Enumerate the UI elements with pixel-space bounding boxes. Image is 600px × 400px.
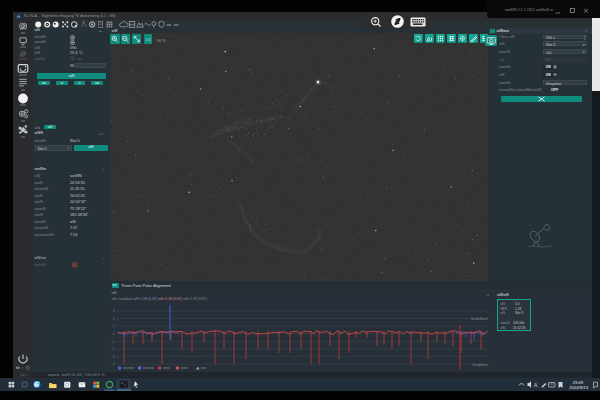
svg-text:wwww: wwww xyxy=(19,58,27,61)
svg-text:GuideEast: GuideEast xyxy=(472,363,488,367)
svg-text:wwww: wwww xyxy=(19,74,27,77)
svg-text:www: www xyxy=(20,104,26,107)
svg-text:-2: -2 xyxy=(112,347,115,351)
svg-text:-3: -3 xyxy=(112,355,115,359)
svg-text:wew: wew xyxy=(163,366,170,370)
svg-text:ww: ww xyxy=(21,120,25,123)
svg-text:-4: -4 xyxy=(112,362,115,366)
svg-text:wwesw: wwesw xyxy=(143,366,154,370)
svg-text:?: ? xyxy=(21,367,23,371)
svg-text:0: 0 xyxy=(113,332,115,336)
svg-text:3: 3 xyxy=(113,309,115,313)
svg-text:2024/9/13: 2024/9/13 xyxy=(569,385,588,390)
svg-text:GuideNorth: GuideNorth xyxy=(471,317,488,321)
svg-text:ww: ww xyxy=(77,57,82,61)
svg-text:1:1: 1:1 xyxy=(146,38,151,42)
svg-text:ww: ww xyxy=(21,89,25,92)
svg-text:wNw: wNw xyxy=(20,45,26,49)
svg-text:wew: wew xyxy=(181,366,188,370)
svg-text:A: A xyxy=(534,382,538,388)
svg-text:ww: ww xyxy=(174,23,179,27)
svg-text:ww: ww xyxy=(201,366,206,370)
svg-text:-1: -1 xyxy=(112,340,115,344)
svg-text:ww: ww xyxy=(21,136,25,139)
svg-text:wweew: wweew xyxy=(123,366,135,370)
svg-text:ww: ww xyxy=(21,32,25,35)
svg-text:2: 2 xyxy=(113,317,115,321)
svg-text:1: 1 xyxy=(113,324,115,328)
svg-text:ww: ww xyxy=(167,23,172,27)
